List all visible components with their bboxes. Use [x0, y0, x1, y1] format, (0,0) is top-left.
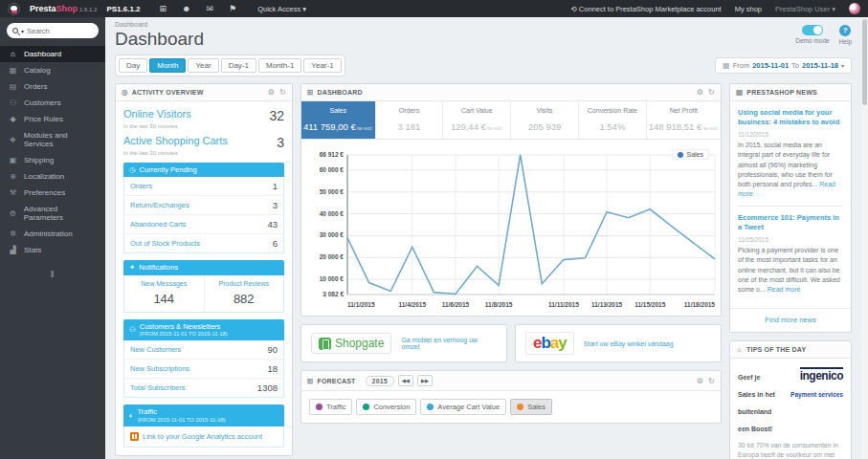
prestashop-logo[interactable] — [8, 3, 20, 15]
sidebar-item-modules-and-services[interactable]: ❖Modules and Services — [0, 127, 105, 152]
refresh-icon[interactable]: ↻ — [279, 88, 286, 97]
pending-row-abandoned-carts[interactable]: Abandoned Carts43 — [124, 215, 283, 234]
panel-tools: ⚙↻ — [268, 88, 286, 97]
range-button-year-1[interactable]: Year-1 — [303, 58, 341, 73]
read-more-link[interactable]: Read more — [768, 286, 801, 293]
svg-text:11/18/2015: 11/18/2015 — [684, 301, 716, 308]
customers-range: (FROM 2015-11-01 TO 2015-11-18) — [140, 331, 228, 338]
sidebar-item-orders[interactable]: ▤Orders — [0, 78, 105, 95]
page-scrollbar[interactable] — [861, 17, 868, 459]
forecast-body: TrafficConversionAverage Cart ValueSales — [301, 391, 721, 423]
globe-icon: ◐ — [129, 411, 134, 420]
sidebar-item-advanced-parameters[interactable]: ⚙Advanced Parameters — [0, 201, 105, 226]
scrollbar-thumb[interactable] — [862, 19, 867, 105]
help-icon[interactable]: ? — [839, 25, 851, 36]
kpi-tile-visits[interactable]: Visits205 939 — [511, 101, 579, 139]
quick-access-menu[interactable]: Quick Access ▾ — [257, 5, 306, 13]
article-title-link[interactable]: Ecommerce 101: Payments in a Tweet — [738, 213, 843, 232]
refresh-icon[interactable]: ↻ — [708, 377, 715, 385]
kpi-tile-cart-value[interactable]: Cart Value129,44 € tax excl. — [443, 101, 511, 139]
demo-mode-toggle[interactable] — [802, 25, 823, 35]
sidebar-item-customers[interactable]: ⚇Customers — [0, 95, 105, 111]
cart-icon[interactable]: ⊞ — [160, 0, 167, 17]
sidebar-item-price-rules[interactable]: ◆Price Rules — [0, 111, 105, 127]
range-button-month[interactable]: Month — [149, 58, 186, 73]
row-value: 43 — [267, 219, 278, 230]
article-title-link[interactable]: Using social media for your business: 4 … — [738, 108, 843, 127]
previous-year-button[interactable]: ◀◀ — [398, 375, 413, 386]
notification-cell-new-messages[interactable]: New Messages144 — [124, 275, 204, 312]
svg-text:10 000 €: 10 000 € — [320, 275, 345, 282]
lightbulb-icon: ☼ — [736, 345, 743, 354]
pending-row-orders[interactable]: Orders1 — [124, 177, 283, 196]
breadcrumb[interactable]: Dashboard — [115, 21, 204, 28]
customers-row-new-customers[interactable]: New Customers90 — [124, 340, 283, 360]
search-input[interactable] — [27, 27, 93, 35]
shopgate-link[interactable]: Ga mobiel en verhoog uw omzet — [401, 337, 497, 350]
forecast-legend-traffic[interactable]: Traffic — [309, 399, 352, 415]
sidebar-item-preferences[interactable]: ⚒Preferences — [0, 185, 105, 201]
next-year-button[interactable]: ▶▶ — [417, 375, 433, 386]
orders-icon: ▤ — [9, 82, 17, 91]
refresh-icon[interactable]: ↻ — [708, 88, 715, 97]
sidebar-item-administration[interactable]: ✲Administration — [0, 226, 105, 242]
kpi-tile-net-profit[interactable]: Net Profit148 918,51 € tax excl. — [647, 101, 721, 139]
sidebar-item-label: Dashboard — [24, 50, 61, 58]
pending-row-out-of-stock-products[interactable]: Out of Stock Products6 — [124, 234, 283, 252]
customers-row-total-subscribers[interactable]: Total Subscribers1308 — [124, 379, 283, 397]
sidebar-item-catalog[interactable]: ▦Catalog — [0, 62, 105, 78]
forecast-legend-sales[interactable]: Sales — [510, 399, 552, 415]
active-carts-link[interactable]: Active Shopping Carts — [123, 135, 228, 146]
sidebar-item-label: Preferences — [24, 188, 65, 197]
my-shop-link[interactable]: My shop — [735, 5, 762, 13]
marketplace-link[interactable]: ⟲ Connect to PrestaShop Marketplace acco… — [570, 5, 721, 13]
person-icon[interactable]: ☻ — [182, 0, 190, 17]
topbar-icons: ⊞ ☻ ✉ ⚑ — [160, 0, 237, 17]
sidebar-item-stats[interactable]: ▟Stats — [0, 242, 105, 258]
kpi-tile-orders[interactable]: Orders3 181 — [376, 101, 444, 139]
sidebar-item-dashboard[interactable]: ⌂Dashboard — [0, 46, 105, 62]
kpi-tile-sales[interactable]: Sales411 759,00 € tax excl. — [301, 101, 376, 139]
search-scope-caret-icon[interactable]: ▾ — [21, 28, 24, 34]
read-more-link[interactable]: Read more — [738, 181, 835, 197]
pending-row-return-exchanges[interactable]: Return/Exchanges3 — [124, 196, 283, 215]
tips-of-the-day-panel: ☼ TIPS OF THE DAY ingenico Payment servi… — [729, 340, 852, 459]
date-from: 2015-11-01 — [752, 61, 789, 70]
topbar-right: ⟲ Connect to PrestaShop Marketplace acco… — [570, 3, 860, 14]
range-button-day[interactable]: Day — [119, 58, 147, 73]
sidebar-collapse-button[interactable]: ‖ — [0, 270, 105, 279]
mail-icon[interactable]: ✉ — [207, 0, 214, 17]
demo-mode-label: Demo mode — [795, 37, 829, 44]
active-carts-sub: in the last 30 minutes — [123, 150, 284, 156]
google-analytics-link[interactable]: Link to your Google Analytics account — [123, 426, 284, 448]
range-button-month-1[interactable]: Month-1 — [258, 58, 301, 73]
gear-icon[interactable]: ⚙ — [268, 88, 275, 97]
online-visitors-link[interactable]: Online Visitors — [123, 108, 191, 120]
date-range-buttons: DayMonthYearDay-1Month-1Year-1 — [115, 55, 345, 76]
chart-legend[interactable]: Sales — [672, 149, 709, 160]
find-more-news-link[interactable]: Find more news — [730, 308, 851, 332]
flag-icon[interactable]: ⚑ — [229, 0, 236, 17]
user-menu[interactable]: PrestaShop User ▾ — [775, 5, 835, 13]
legend-label: Sales — [527, 403, 545, 411]
notification-cell-product-reviews[interactable]: Product Reviews882 — [204, 275, 284, 312]
forecast-year[interactable]: 2015 — [366, 376, 394, 386]
calendar-icon: ▦ — [723, 61, 730, 70]
kpi-tile-conversion-rate[interactable]: Conversion Rate1.54% — [579, 101, 647, 139]
range-button-year[interactable]: Year — [188, 58, 218, 73]
gear-icon[interactable]: ⚙ — [697, 377, 703, 385]
sidebar-item-localization[interactable]: ⊕Localization — [0, 168, 105, 185]
kpi-suffix: tax excl. — [356, 126, 373, 131]
forecast-legend-average-cart-value[interactable]: Average Cart Value — [420, 399, 506, 415]
customers-row-new-subscriptions[interactable]: New Subscriptions18 — [124, 360, 283, 379]
gear-icon[interactable]: ⚙ — [697, 88, 703, 97]
price-tag-icon: ◆ — [9, 115, 17, 123]
forecast-legend-conversion[interactable]: Conversion — [356, 399, 416, 415]
date-range-picker[interactable]: ▦ From 2015-11-01 To 2015-11-18 ▾ — [715, 57, 852, 74]
home-icon: ⌂ — [9, 50, 17, 58]
ebay-link[interactable]: Start uw eBay winkel vandaag — [584, 340, 674, 347]
range-button-day-1[interactable]: Day-1 — [221, 58, 256, 73]
sidebar-item-shipping[interactable]: ▣Shipping — [0, 152, 105, 168]
help-label: Help — [839, 38, 852, 45]
user-avatar[interactable] — [849, 3, 860, 14]
